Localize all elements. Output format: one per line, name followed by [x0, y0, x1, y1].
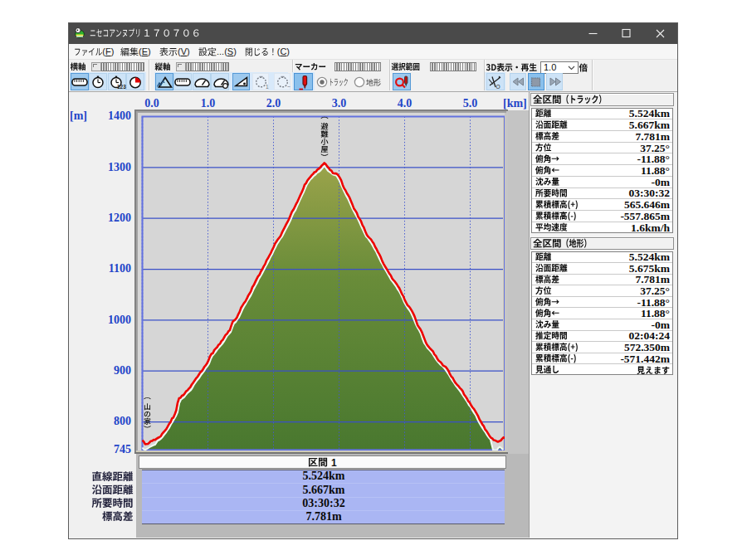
- svg-text:123: 123: [117, 84, 126, 89]
- svg-text:1: 1: [266, 84, 269, 90]
- svg-text:~: ~: [287, 84, 290, 90]
- svg-text:O: O: [496, 84, 500, 90]
